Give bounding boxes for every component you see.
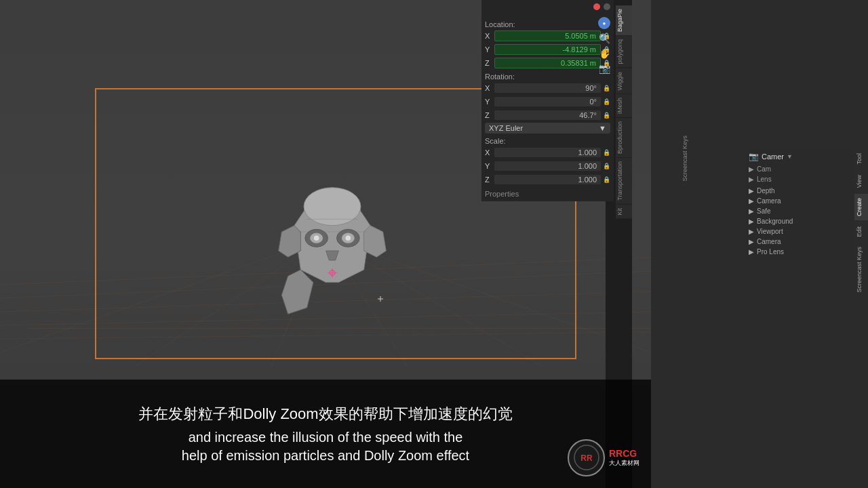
btab-transportation[interactable]: Transportation (615, 158, 632, 204)
location-z-row: Z 0.35831 m 🔒 (485, 57, 610, 69)
rot-z-lock[interactable]: 🔒 (603, 112, 610, 119)
depth-arrow: ▶ (749, 187, 754, 195)
camera-icon-area: 📷 Camer ▼ (749, 152, 852, 161)
camera-toggle[interactable]: ▼ (787, 153, 793, 160)
scale-x-row: X 1.000 🔒 (485, 146, 610, 159)
btab-kit[interactable]: Kit (615, 205, 632, 219)
rot-y-label: Y (485, 98, 494, 106)
background-section[interactable]: ▶ Background (749, 216, 852, 226)
scale-z-row: Z 1.000 🔒 (485, 174, 610, 186)
svg-marker-14 (364, 226, 387, 258)
transform-panel: ● 🔍 ✋ 📷 Location: X 5.0505 m 🔒 Y -4.8129… (481, 0, 614, 201)
rot-z-label: Z (485, 111, 494, 119)
cam-chevron: ▶ (749, 165, 754, 173)
vtab-screencast[interactable]: Screencast Keys (854, 243, 868, 297)
minimize-button[interactable] (604, 3, 610, 10)
lens-section: ▶ Lens (749, 176, 852, 183)
sc-y-lock[interactable]: 🔒 (603, 163, 610, 169)
safe-label: Safe (757, 207, 771, 215)
safe-section[interactable]: ▶ Safe (749, 206, 852, 216)
euler-mode-text: XYZ Euler (489, 124, 523, 132)
svg-marker-22 (281, 270, 313, 314)
screencast-keys-label: Screencast Keys (682, 136, 688, 182)
nav-sphere[interactable]: ● (598, 17, 610, 29)
camera3-label: Camera (757, 238, 781, 245)
lens-chevron: ▶ (749, 176, 754, 183)
svg-point-17 (314, 236, 319, 241)
camera2-label: Camera (757, 197, 781, 205)
btab-bproduction[interactable]: Bproduction (615, 118, 632, 157)
loc-x-label: X (485, 32, 494, 40)
safe-arrow: ▶ (749, 207, 754, 215)
scale-y-row: Y 1.000 🔒 (485, 160, 610, 172)
subtitle-area: 并在发射粒子和Dolly Zoom效果的帮助下增加速度的幻觉 and incre… (0, 380, 651, 488)
euler-dropdown-arrow: ▼ (599, 124, 606, 132)
depth-label: Depth (757, 187, 775, 195)
btab-polygona[interactable]: polygonq (615, 36, 632, 68)
viewport-arrow: ▶ (749, 228, 754, 235)
prolens-section[interactable]: ▶ Pro Lens (749, 247, 852, 257)
loc-z-value[interactable]: 0.35831 m (494, 58, 601, 68)
rotation-label: Rotation: (485, 73, 610, 81)
scale-label: Scale: (485, 137, 610, 145)
camera3-section[interactable]: ▶ Camera (749, 237, 852, 247)
properties-link[interactable]: Properties (485, 190, 519, 198)
properties-link-row: Properties (485, 190, 610, 198)
nav-hand[interactable]: ✋ (599, 48, 610, 59)
rot-x-label: X (485, 84, 494, 92)
rot-y-lock[interactable]: 🔒 (603, 98, 610, 105)
rotation-y-row: Y 0° 🔒 (485, 96, 610, 108)
subtitle-chinese: 并在发射粒子和Dolly Zoom效果的帮助下增加速度的幻觉 (138, 404, 512, 424)
robot-head-3d (237, 156, 441, 359)
loc-y-value[interactable]: -4.8129 m (494, 44, 601, 55)
camera-properties-panel: Tool View Create Edit Screencast Keys 📷 … (746, 149, 854, 260)
viewport-section[interactable]: ▶ Viewport (749, 226, 852, 237)
rrcg-main-text: RRCG (609, 448, 637, 459)
sc-x-lock[interactable]: 🔒 (603, 149, 610, 156)
sc-x-value[interactable]: 1.000 (494, 148, 601, 157)
close-button-red[interactable] (593, 3, 600, 10)
camera-arrow: ▶ (749, 197, 754, 205)
rot-x-value[interactable]: 90° (494, 83, 601, 93)
vtab-edit[interactable]: Edit (854, 222, 868, 241)
loc-x-value[interactable]: 5.0505 m (494, 30, 601, 41)
location-label: Location: (485, 20, 610, 28)
location-x-row: X 5.0505 m 🔒 (485, 30, 610, 42)
svg-point-20 (346, 236, 351, 241)
camera-icon: 📷 (749, 152, 759, 161)
rrcg-logo-circle: RR (568, 439, 605, 476)
vtab-tool[interactable]: Tool (854, 149, 868, 169)
depth-section[interactable]: ▶ Depth (749, 186, 852, 196)
vtab-view[interactable]: View (854, 171, 868, 192)
right-panel-tabs: Tool View Create Edit Screencast Keys (854, 149, 868, 298)
cam-text: Cam (757, 165, 771, 173)
loc-z-label: Z (485, 59, 494, 67)
prolens-label: Pro Lens (757, 248, 784, 256)
camera3-arrow: ▶ (749, 238, 754, 245)
btab-bagapie[interactable]: BagaPie (615, 5, 632, 35)
camera-section[interactable]: ▶ Camera (749, 196, 852, 206)
subtitle-english-2: help of emission particles and Dolly Zoo… (182, 448, 469, 464)
rot-z-value[interactable]: 46.7° (494, 110, 601, 120)
vtab-create[interactable]: Create (854, 194, 868, 220)
nav-camera[interactable]: 📷 (599, 63, 610, 74)
rot-x-lock[interactable]: 🔒 (603, 85, 610, 92)
sc-y-label: Y (485, 162, 494, 170)
btab-imesh[interactable]: iMesh (615, 94, 632, 117)
rotation-z-row: Z 46.7° 🔒 (485, 109, 610, 121)
rrcg-sub-text: 大人素材网 (609, 459, 639, 468)
sc-z-lock[interactable]: 🔒 (603, 176, 610, 183)
svg-point-12 (304, 188, 361, 226)
nav-zoom[interactable]: 🔍 (599, 33, 610, 44)
sc-x-label: X (485, 148, 494, 157)
sc-z-value[interactable]: 1.000 (494, 175, 601, 184)
svg-text:RR: RR (580, 453, 593, 463)
btab-wiggle[interactable]: Wiggle (615, 68, 632, 94)
euler-dropdown[interactable]: XYZ Euler ▼ (485, 123, 610, 134)
rot-y-value[interactable]: 0° (494, 97, 601, 106)
rrcg-logo-svg: RR (573, 444, 600, 471)
sc-y-value[interactable]: 1.000 (494, 161, 601, 171)
location-y-row: Y -4.8129 m 🔒 (485, 43, 610, 56)
transform-values-container: Location: X 5.0505 m 🔒 Y -4.8129 m 🔒 Z 0… (485, 3, 610, 198)
camera-main-label: ▶ Cam (749, 165, 852, 173)
